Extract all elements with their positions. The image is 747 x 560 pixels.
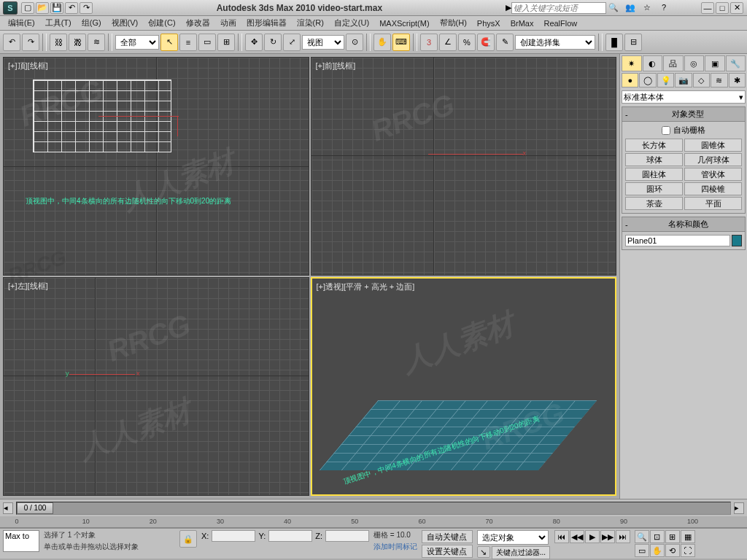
select-name-button[interactable]: ≡ <box>179 34 197 51</box>
zoom-button[interactable]: 🔍 <box>635 530 649 543</box>
space-warps-tab[interactable]: ≋ <box>711 73 727 88</box>
close-button[interactable]: ✕ <box>730 2 743 14</box>
menu-view[interactable]: 视图(V) <box>107 18 144 28</box>
viewport-left[interactable]: [+]左][线框] y x RRCG 人人素材 <box>3 277 309 496</box>
key-filter-button[interactable]: 关键点过滤器... <box>492 546 550 559</box>
unlink-button[interactable]: ⛓̸ <box>69 34 86 51</box>
time-ruler[interactable]: 0 10 20 30 40 50 60 70 80 90 100 <box>0 516 747 528</box>
redo-icon[interactable]: ↷ <box>80 2 93 14</box>
shapes-tab[interactable]: ◯ <box>639 73 656 88</box>
box-button[interactable]: 长方体 <box>625 139 683 152</box>
autogrid-checkbox[interactable] <box>662 126 670 135</box>
name-color-header[interactable]: -名称和颜色 <box>622 217 745 232</box>
add-time-marker[interactable]: 添加时间标记 <box>374 542 417 552</box>
manipulate-button[interactable]: ✋ <box>374 34 391 51</box>
edit-named-sel-button[interactable]: ✎ <box>496 34 514 51</box>
orbit-button[interactable]: ⟲ <box>665 544 680 557</box>
x-coord-input[interactable] <box>212 530 255 542</box>
goto-start-button[interactable]: ⏮ <box>554 530 569 543</box>
setkey-button[interactable]: 设置关键点 <box>422 545 473 558</box>
motion-tab[interactable]: ◎ <box>684 55 705 71</box>
modify-tab[interactable]: ◐ <box>643 55 663 71</box>
zoom-all-button[interactable]: ⊡ <box>650 530 665 543</box>
systems-tab[interactable]: ✱ <box>729 73 746 88</box>
key-mode-button[interactable]: ↘ <box>477 546 490 558</box>
move-button[interactable]: ✥ <box>245 34 263 51</box>
rotate-button[interactable]: ↻ <box>264 34 282 51</box>
angle-snap-button[interactable]: ∠ <box>439 34 457 51</box>
teapot-button[interactable]: 茶壶 <box>625 197 683 210</box>
menu-group[interactable]: 组(G) <box>77 18 107 28</box>
menu-physx[interactable]: PhysX <box>472 19 506 28</box>
time-handle[interactable]: 0 / 100 <box>17 502 53 514</box>
align-button[interactable]: ⊟ <box>624 34 642 51</box>
key-target[interactable]: 选定对象 <box>477 530 549 545</box>
window-crossing-button[interactable]: ⊞ <box>217 34 235 51</box>
scale-button[interactable]: ⤢ <box>283 34 301 51</box>
y-coord-input[interactable] <box>268 530 312 542</box>
open-icon[interactable]: 📂 <box>36 2 49 14</box>
fov-button[interactable]: ▭ <box>635 544 649 557</box>
create-tab[interactable]: ✷ <box>622 55 642 71</box>
utilities-tab[interactable]: 🔧 <box>726 55 746 71</box>
menu-script[interactable]: MAXScript(M) <box>374 19 434 28</box>
menu-tools[interactable]: 工具(T) <box>40 18 77 28</box>
menu-edit[interactable]: 编辑(E) <box>3 18 40 28</box>
keyboard-shortcut-button[interactable]: ⌨ <box>392 34 410 51</box>
menu-anim[interactable]: 动画 <box>215 18 241 28</box>
object-type-header[interactable]: -对象类型 <box>622 107 745 122</box>
save-icon[interactable]: 💾 <box>50 2 63 14</box>
pyramid-button[interactable]: 四棱锥 <box>684 182 742 195</box>
spinner-snap-button[interactable]: 🧲 <box>477 34 495 51</box>
menu-graph[interactable]: 图形编辑器 <box>241 18 292 28</box>
communication-icon[interactable]: 👥 <box>624 2 636 14</box>
minimize-button[interactable]: — <box>701 2 714 14</box>
cylinder-button[interactable]: 圆柱体 <box>625 168 683 181</box>
time-slider[interactable]: 0 / 100 <box>16 502 731 515</box>
link-button[interactable]: ⛓ <box>50 34 67 51</box>
zoom-extents-all-button[interactable]: ▦ <box>681 530 695 543</box>
search-input[interactable] <box>511 2 606 14</box>
menu-create[interactable]: 创建(C) <box>143 18 180 28</box>
timeline-left-button[interactable]: ◂ <box>3 502 13 514</box>
plane-button[interactable]: 平面 <box>684 197 742 210</box>
new-icon[interactable]: ▢ <box>21 2 34 14</box>
menu-modifier[interactable]: 修改器 <box>181 18 215 28</box>
viewport-front[interactable]: [+]前][线框] x RRCG <box>311 57 617 276</box>
primitive-category[interactable]: 标准基本体▾ <box>622 90 746 104</box>
cameras-tab[interactable]: 📷 <box>675 73 692 88</box>
object-color-swatch[interactable] <box>732 235 742 246</box>
menu-custom[interactable]: 自定义(U) <box>329 18 374 28</box>
zoom-extents-button[interactable]: ⊞ <box>665 530 680 543</box>
redo-button[interactable]: ↷ <box>22 34 39 51</box>
autokey-button[interactable]: 自动关键点 <box>422 530 473 543</box>
next-frame-button[interactable]: ▶▶ <box>600 530 615 543</box>
torus-button[interactable]: 圆环 <box>625 182 683 195</box>
select-button[interactable]: ↖ <box>160 34 178 51</box>
named-selection-set[interactable]: 创建选择集 <box>515 35 595 50</box>
lights-tab[interactable]: 💡 <box>657 73 674 88</box>
undo-button[interactable]: ↶ <box>3 34 20 51</box>
select-rect-button[interactable]: ▭ <box>198 34 216 51</box>
display-tab[interactable]: ▣ <box>705 55 725 71</box>
bind-button[interactable]: ≋ <box>88 34 105 51</box>
menu-help[interactable]: 帮助(H) <box>435 18 472 28</box>
cone-button[interactable]: 圆锥体 <box>684 139 742 152</box>
pivot-button[interactable]: ⊙ <box>346 34 363 51</box>
maximize-viewport-button[interactable]: ⛶ <box>681 544 695 557</box>
viewport-top[interactable]: [+]顶][线框] 顶视图中，中间4条横向的所有边随机性的向下移动0到20的距离… <box>3 57 309 276</box>
percent-snap-button[interactable]: % <box>458 34 476 51</box>
hierarchy-tab[interactable]: 品 <box>663 55 684 71</box>
star-icon[interactable]: ☆ <box>641 2 653 14</box>
snap-button[interactable]: 3 <box>420 34 438 51</box>
app-logo[interactable]: S <box>3 1 18 15</box>
maximize-button[interactable]: □ <box>716 2 729 14</box>
selection-filter[interactable]: 全部 <box>115 35 159 50</box>
geosphere-button[interactable]: 几何球体 <box>684 153 742 166</box>
helpers-tab[interactable]: ◇ <box>693 73 710 88</box>
maxscript-mini[interactable]: Max to <box>3 530 39 552</box>
prev-frame-button[interactable]: ◀◀ <box>570 530 584 543</box>
mirror-button[interactable]: ▐▌ <box>605 34 623 51</box>
play-button[interactable]: ▶ <box>585 530 600 543</box>
object-name-input[interactable] <box>625 235 730 246</box>
